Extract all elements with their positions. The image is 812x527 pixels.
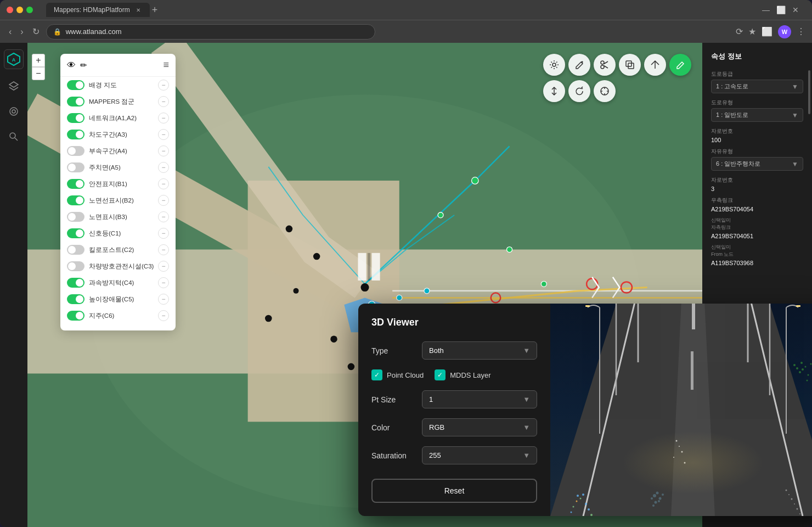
layer-toggle[interactable] [67,130,84,139]
layer-minus-button[interactable]: − [158,96,169,107]
layer-toggle[interactable] [67,245,84,255]
mdds-checkbox[interactable]: ✓ [435,369,446,380]
layer-toggle[interactable] [67,228,84,238]
minimize-btn[interactable] [16,7,23,13]
pt-size-select[interactable]: 1 ▼ [422,390,537,408]
prop-road-number: 자로번호 100 [711,127,803,143]
active-tab[interactable]: Mappers: HDMapPlatform ✕ [46,3,150,17]
layer-minus-button[interactable]: − [158,228,169,239]
checkbox-row: ✓ Point Cloud ✓ MDDS Layer [371,369,537,380]
road-free-dropdown[interactable]: 6 : 일반주행차로 ▼ [711,157,803,171]
layer-toggle[interactable] [67,162,84,172]
saturation-row: Saturation 255 ▼ [371,446,537,464]
sidebar-data-icon[interactable] [5,103,22,120]
layer-minus-button[interactable]: − [158,277,169,288]
road-type-dropdown[interactable]: 1 : 일반도로 ▼ [711,108,803,122]
layer-item: 부속구간(A4) − [60,143,176,159]
layer-label: 안전표지(B1) [89,180,127,188]
map-toolbar [543,54,691,102]
height-tool-button[interactable] [543,80,565,102]
layer-minus-button[interactable]: − [158,310,169,321]
window-close-icon[interactable]: ✕ [792,5,799,14]
layer-minus-button[interactable]: − [158,178,169,189]
layer-minus-button[interactable]: − [158,129,169,140]
sidebar-search-icon[interactable] [5,128,22,145]
eye-icon[interactable]: 👁 [67,60,76,70]
pencil-tool-button[interactable] [568,54,590,76]
layer-left: 과속방지턱(C4) [67,278,134,288]
svg-point-74 [802,368,804,371]
layer-minus-button[interactable]: − [158,145,169,156]
svg-point-4 [10,133,15,138]
bookmark-sync-icon[interactable]: ⟳ [736,26,743,37]
scroll-bar[interactable] [808,70,810,114]
reset-button[interactable]: Reset [371,479,537,503]
svg-point-128 [658,500,660,502]
sidebar-layers-icon[interactable] [5,78,22,94]
nav-refresh-button[interactable]: ↻ [30,24,42,39]
layer-minus-button[interactable]: − [158,162,169,173]
nav-forward-button[interactable]: › [18,25,25,39]
svg-point-123 [656,492,659,495]
layer-minus-button[interactable]: − [158,80,169,91]
nav-back-button[interactable]: ‹ [7,25,14,39]
browser-window: Mappers: HDMapPlatform ✕ + — ⬜ ✕ ‹ › ↻ 🔒… [0,0,812,527]
road-grade-dropdown[interactable]: 1 : 고속도로 ▼ [711,80,803,93]
extensions-icon[interactable]: ⬜ [762,26,772,37]
layer-toggle[interactable] [67,261,84,271]
more-icon[interactable]: ⋮ [797,26,805,37]
new-tab-button[interactable]: + [152,4,158,16]
type-select[interactable]: Both ▼ [422,341,537,360]
point-cloud-label: Point Cloud [387,371,424,379]
road-grade-value: 1 : 고속도로 [716,82,748,91]
user-avatar[interactable]: W [778,25,791,38]
measure-tool-button[interactable] [594,80,616,102]
road-type-chevron: ▼ [792,111,798,119]
layer-minus-button[interactable]: − [158,195,169,206]
layer-minus-button[interactable]: − [158,244,169,255]
layer-toggle[interactable] [67,80,84,90]
svg-point-100 [588,508,590,511]
menu-icon[interactable]: ≡ [163,59,169,71]
layer-toggle[interactable] [67,294,84,304]
layer-toggle[interactable] [67,179,84,189]
svg-point-92 [673,457,674,458]
copy-tool-button[interactable] [619,54,641,76]
svg-point-80 [800,362,803,364]
layer-toggle[interactable] [67,212,84,222]
point-cloud-checkbox[interactable]: ✓ [371,369,382,380]
color-select[interactable]: RGB ▼ [422,418,537,436]
rotate-tool-button[interactable] [568,80,590,102]
window-minimize-icon[interactable]: — [762,5,770,14]
layer-minus-button[interactable]: − [158,261,169,272]
zoom-in-button[interactable]: + [32,54,45,67]
layer-toggle[interactable] [67,278,84,288]
prop-value-road-num2: 3 [711,186,803,192]
address-bar[interactable]: 🔒 www.atlanad.com [46,24,375,40]
layer-item: 차도구간(A3) − [60,126,176,143]
layer-toggle[interactable] [67,311,84,321]
star-icon[interactable]: ★ [748,26,756,37]
zoom-out-button[interactable]: − [32,67,45,80]
scissors-tool-button[interactable] [594,54,616,76]
draw-tool-button[interactable] [669,54,691,76]
layer-left: 안전표지(B1) [67,179,127,189]
layer-minus-button[interactable]: − [158,211,169,222]
tab-close-icon[interactable]: ✕ [134,6,142,14]
layer-toggle[interactable] [67,195,84,205]
layer-toggle[interactable] [67,97,84,106]
layer-minus-button[interactable]: − [158,294,169,305]
layer-toggle[interactable] [67,146,84,156]
edit-layers-icon[interactable]: ✏ [80,60,87,70]
align-tool-button[interactable] [644,54,666,76]
settings-tool-button[interactable] [543,54,565,76]
maximize-btn[interactable] [26,7,33,13]
layer-toggle[interactable] [67,113,84,123]
svg-point-113 [788,494,790,495]
layer-label: 노면선표시(B2) [89,197,134,205]
close-btn[interactable] [7,7,13,13]
svg-point-42 [552,63,556,66]
window-maximize-icon[interactable]: ⬜ [776,5,786,14]
layer-minus-button[interactable]: − [158,113,169,124]
saturation-select[interactable]: 255 ▼ [422,446,537,464]
